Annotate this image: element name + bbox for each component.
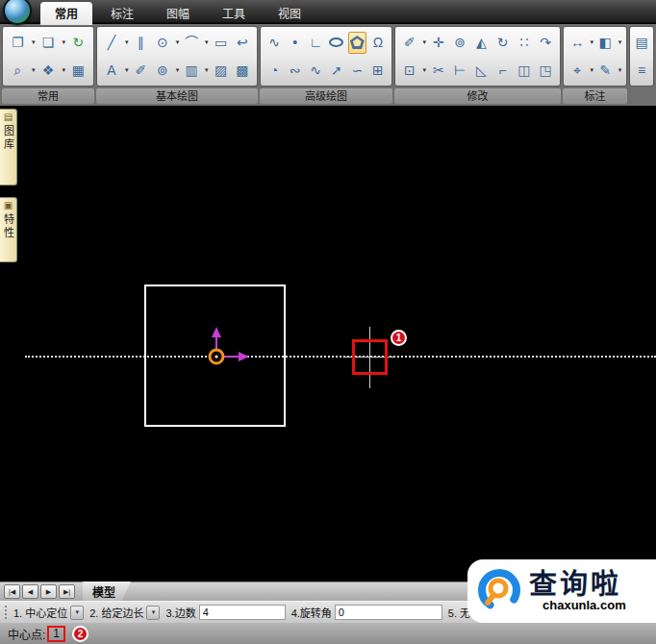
dropdown-arrow-icon[interactable]: ▾ [32,38,36,46]
circle-icon: ⊙ [157,36,168,49]
tab-tools[interactable]: 工具 [208,2,260,25]
sides-count-label: 3.边数 [165,605,195,620]
fillet-button[interactable]: ⌐ [493,60,512,82]
ribbon-group: ✐▾✛⊚◭↻∷↷⊡▾✂⊢◺⌐◫◳修改 [394,26,561,104]
command-input-value[interactable]: 1 [47,626,65,642]
toolbar-grip-handle[interactable] [5,606,8,619]
scribble-button[interactable]: ∽ [348,60,366,82]
spline-button[interactable]: ∿ [265,32,284,54]
ribbon-row: ≡ [632,57,651,84]
chamfer-icon: ◺ [476,63,487,77]
dropdown-arrow-icon[interactable]: ▾ [62,66,65,74]
rotation-angle-input[interactable] [335,605,442,620]
dropdown-arrow-icon[interactable]: ▾ [423,66,427,74]
dropdown-arrow-icon[interactable]: ▾ [62,38,65,46]
ellipse-button[interactable] [327,32,345,54]
tab-sheet[interactable]: 图幅 [152,2,204,25]
pie-button[interactable]: ◔ [265,60,284,82]
dim-edit-button[interactable]: ✎ [596,60,615,82]
positioning-mode-dropdown[interactable]: ▾ [70,606,84,620]
corner-button[interactable]: ◳ [537,60,555,82]
size-mode-dropdown[interactable]: ▾ [146,606,160,620]
arc-icon: ⌒ [185,36,198,49]
dropdown-arrow-icon[interactable]: ▾ [618,38,622,46]
paste-button[interactable]: ❐ [9,32,27,54]
ribbon-group: ∿•∟Ω◔∾∿➚∽⊞高级绘图 [260,26,392,104]
polyline-button[interactable]: ↩ [233,32,251,54]
line-button[interactable]: ╱ [102,32,120,54]
dropdown-arrow-icon[interactable]: ▾ [125,66,129,74]
display-button[interactable]: ▦ [69,60,88,82]
hatch-icon: ▨ [214,63,227,77]
dropdown-arrow-icon[interactable]: ▾ [591,66,594,74]
app-logo-icon[interactable] [3,0,32,25]
dropdown-arrow-icon[interactable]: ▾ [205,66,209,74]
dropdown-arrow-icon[interactable]: ▾ [205,38,209,46]
mirror-button[interactable]: ◭ [472,32,491,54]
dropdown-arrow-icon[interactable]: ▾ [125,38,129,46]
dropdown-arrow-icon[interactable]: ▾ [176,66,180,74]
sketch-icon: ✐ [135,63,146,77]
parallel-button[interactable]: ∥ [132,32,150,54]
circle-button[interactable]: ⊙ [153,32,171,54]
tab-home[interactable]: 常用 [40,2,92,25]
box3d-button[interactable]: ⊞ [368,60,387,82]
dropdown-arrow-icon[interactable]: ▾ [618,66,622,74]
prev-sheet-button[interactable]: ◀ [22,584,38,599]
sketch-button[interactable]: ✐ [132,60,150,82]
dropdown-arrow-icon[interactable]: ▾ [423,38,427,46]
pan-button[interactable]: ❖ [38,60,57,82]
polyline2-button[interactable]: ∟ [307,32,325,54]
step-badge-1: 1 [391,330,407,346]
dropdown-arrow-icon[interactable]: ▾ [32,66,36,74]
tab-view[interactable]: 视图 [264,2,315,25]
text-frame-button[interactable]: ▥ [183,60,201,82]
fill-button[interactable]: ▩ [233,60,251,82]
hatch-button[interactable]: ▨ [212,60,230,82]
rectangle-button[interactable]: ▭ [212,32,230,54]
regen-button[interactable]: ↻ [69,32,88,54]
arc-button[interactable]: ⌒ [183,32,201,54]
dropdown-arrow-icon[interactable]: ▾ [176,38,180,46]
copy2-button[interactable]: ⊚ [451,32,469,54]
next-sheet-button[interactable]: ▶ [40,584,57,599]
tag-button[interactable]: ◧ [596,32,615,54]
tab-dimension[interactable]: 标注 [96,2,148,25]
sidebar-tab-library[interactable]: ▤ 图库 [0,109,17,186]
stretch-button[interactable]: ↷ [537,32,555,54]
profile-button[interactable]: Ω [368,32,387,54]
coord-dim-button[interactable]: ⌖ [568,60,587,82]
chamfer-button[interactable]: ◺ [472,60,491,82]
copy-button[interactable]: ❏ [38,32,57,54]
move-button[interactable]: ✛ [429,32,447,54]
scale-button[interactable]: ⊡ [400,60,418,82]
dim-button[interactable]: ↔ [568,32,587,54]
menu-button[interactable]: ≡ [633,60,651,82]
formula-button[interactable]: ∿ [307,60,325,82]
wheel-button[interactable]: ⊚ [153,60,171,82]
point-button[interactable]: • [286,32,304,54]
arrow-button[interactable]: ➚ [327,60,345,82]
box3d-icon: ⊞ [372,63,384,77]
last-sheet-button[interactable]: ▶| [59,584,75,599]
rotate3d-button[interactable]: ◫ [515,60,533,82]
paste-icon: ❐ [12,36,24,49]
tab-model[interactable]: 模型 [83,582,131,602]
erase-button[interactable]: ✐ [400,32,418,54]
doc-button[interactable]: ▤ [633,32,651,54]
sidebar-tab-properties[interactable]: ▣ 特性 [0,197,17,262]
polygon-button[interactable] [348,32,366,54]
array-button[interactable]: ∷ [515,32,533,54]
text-button[interactable]: A [102,60,120,82]
dropdown-arrow-icon[interactable]: ▾ [591,38,594,46]
pie-icon: ◔ [270,63,278,77]
zoom-button[interactable]: ⌕ [9,60,27,82]
rotate-button[interactable]: ↻ [493,32,512,54]
trim-button[interactable]: ✂ [429,60,447,82]
extend-button[interactable]: ⊢ [451,60,469,82]
first-sheet-button[interactable]: |◀ [4,584,20,599]
wheel-icon: ⊚ [157,63,168,77]
drawing-canvas[interactable]: 1 ▤ 图库 ▣ 特性 [0,106,656,582]
sides-count-input[interactable] [199,605,286,620]
wave-button[interactable]: ∾ [286,60,304,82]
